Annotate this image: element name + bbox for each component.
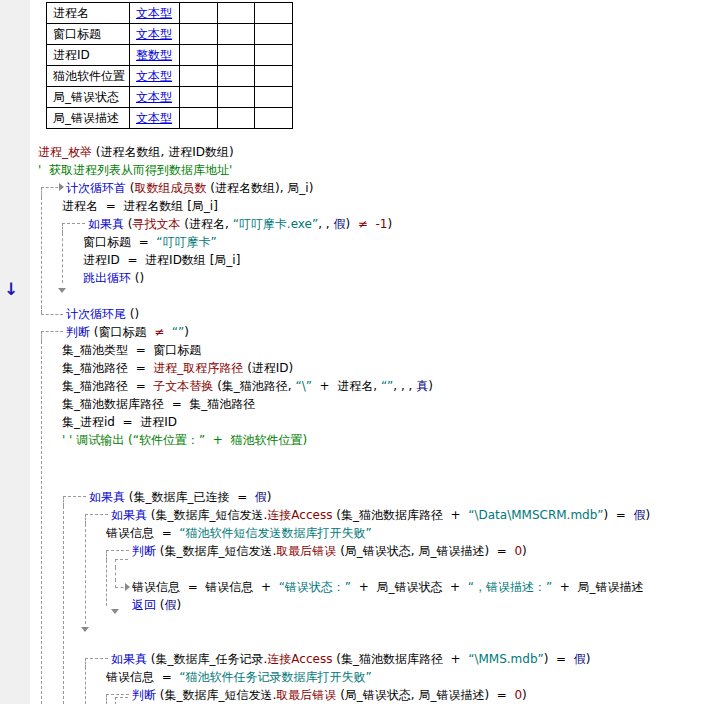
- code-line-22[interactable]: 返回 (假): [132, 596, 181, 614]
- code-token-str: “，错误描述：”: [468, 580, 552, 594]
- code-token-pl: 错误信息 = 错误信息 +: [132, 580, 279, 594]
- code-token-str: “”: [381, 379, 393, 393]
- code-editor[interactable]: 进程_枚举 (进程名数组, 进程ID数组)' 获取进程列表从而得到数据库地址'计…: [0, 0, 708, 704]
- code-line-18[interactable]: 如果真 (集_数据库_短信发送.连接Access (集_猫池数据库路径 + “\…: [111, 506, 650, 524]
- code-line-10[interactable]: 判断 (窗口标题 ≠ “”): [66, 323, 189, 341]
- code-token-pl: (: [124, 217, 133, 231]
- code-token-pl: ): [586, 652, 591, 666]
- code-token-pl: (集_数据库_短信发送.: [147, 508, 267, 522]
- code-line-4[interactable]: 进程名 = 进程名数组 [局_i]: [62, 197, 218, 215]
- code-token-fn: 取最后错误: [276, 688, 336, 702]
- code-token-pl: 集_猫池数据库路径 = 集_猫池路径: [62, 397, 255, 411]
- code-token-str: “叮叮摩卡.exe”: [233, 217, 319, 231]
- code-token-pl: 错误信息 =: [106, 670, 179, 684]
- code-token-num: 0: [514, 688, 522, 702]
- code-token-pl: (集_猫池数据库路径 +: [332, 508, 468, 522]
- code-line-6[interactable]: 窗口标题 = “叮叮摩卡”: [83, 233, 217, 251]
- code-token-fn: 进程_枚举: [38, 145, 92, 159]
- code-token-pl: (集_猫池数据库路径 +: [332, 652, 468, 666]
- code-token-pl: (局_错误状态, 局_错误描述) =: [336, 688, 514, 702]
- code-line-1[interactable]: 进程_枚举 (进程名数组, 进程ID数组): [38, 143, 234, 161]
- code-token-pl: 集_进程id = 进程ID: [62, 415, 177, 429]
- code-token-kw: 跳出循环: [83, 271, 131, 285]
- ide-code-view: ↓ 进程名文本型窗口标题文本型进程ID整数型猫池软件位置文本型局_错误状态文本型…: [0, 0, 708, 704]
- code-line-20[interactable]: 判断 (集_数据库_短信发送.取最后错误 (局_错误状态, 局_错误描述) = …: [132, 542, 527, 560]
- code-token-str: “猫池软件任务记录数据库打开失败”: [179, 670, 371, 684]
- code-token-kw: 如果真: [89, 490, 125, 504]
- code-token-kw: 如果真: [88, 217, 124, 231]
- code-line-24[interactable]: 错误信息 = “猫池软件任务记录数据库打开失败”: [106, 668, 372, 686]
- code-token-pl: ): [267, 490, 272, 504]
- code-token-pl: 集_猫池路径 =: [62, 361, 153, 375]
- code-token-pl: + 局_错误状态 +: [351, 580, 468, 594]
- code-token-pl: (局_错误状态, 局_错误描述) =: [336, 544, 514, 558]
- code-token-pl: ): [345, 217, 357, 231]
- code-token-pl: ): [522, 544, 527, 558]
- code-token-fn: 寻找文本: [133, 217, 181, 231]
- code-token-kw: 判断: [66, 325, 90, 339]
- code-line-15[interactable]: 集_进程id = 进程ID: [62, 413, 177, 431]
- code-token-pl: ): [177, 598, 182, 612]
- code-token-pl: (窗口标题: [90, 325, 154, 339]
- code-token-cst: 假: [333, 217, 345, 231]
- code-token-pl: (集_猫池路径,: [213, 379, 295, 393]
- code-token-kw: 计次循环首: [66, 181, 126, 195]
- code-token-str: “错误状态：”: [279, 580, 351, 594]
- code-line-9[interactable]: 计次循环尾 (): [66, 305, 139, 323]
- code-token-pl: (进程名数组), 局_i): [207, 181, 314, 195]
- code-token-pl: (): [126, 307, 139, 321]
- code-token-num: 0: [514, 544, 522, 558]
- code-token-pl: ): [428, 379, 433, 393]
- code-line-16[interactable]: ' ' 调试输出 (“软件位置：” + 猫池软件位置): [62, 431, 307, 449]
- code-token-pl: ) =: [604, 508, 634, 522]
- code-token-cst: 假: [255, 490, 267, 504]
- code-token-kw: 返回: [132, 598, 156, 612]
- code-line-2[interactable]: ' 获取进程列表从而得到数据库地址': [38, 161, 232, 179]
- code-token-str: “\”: [295, 379, 311, 393]
- code-token-opr: ≠: [154, 325, 164, 339]
- code-token-pl: 集_猫池类型 = 窗口标题: [62, 343, 201, 357]
- code-token-pl: 错误信息 =: [106, 526, 179, 540]
- code-token-fn: 子文本替换: [153, 379, 213, 393]
- code-token-kw: 判断: [132, 688, 156, 702]
- code-token-pl: 进程ID = 进程ID数组 [局_i]: [83, 253, 240, 267]
- code-token-pl: 窗口标题 =: [83, 235, 156, 249]
- code-token-pl: (进程ID): [243, 361, 293, 375]
- code-token-cst: 假: [574, 652, 586, 666]
- code-token-cm: ' 获取进程列表从而得到数据库地址': [38, 163, 232, 177]
- code-token-pl: (): [131, 271, 144, 285]
- code-line-19[interactable]: 错误信息 = “猫池软件短信发送数据库打开失败”: [106, 524, 372, 542]
- code-token-pl: (: [126, 181, 135, 195]
- code-line-14[interactable]: 集_猫池数据库路径 = 集_猫池路径: [62, 395, 255, 413]
- code-token-pl: ): [387, 217, 392, 231]
- code-line-23[interactable]: 如果真 (集_数据库_任务记录.连接Access (集_猫池数据库路径 + “\…: [111, 650, 590, 668]
- code-line-25[interactable]: 判断 (集_数据库_短信发送.取最后错误 (局_错误状态, 局_错误描述) = …: [132, 686, 527, 704]
- code-token-cst: 假: [634, 508, 646, 522]
- code-token-pl: ) =: [544, 652, 574, 666]
- code-token-pl: , ,: [318, 217, 333, 231]
- code-token-pl: 集_猫池路径 =: [62, 379, 153, 393]
- code-token-pl: + 局_错误描述: [552, 580, 643, 594]
- code-token-pl: (集_数据库_短信发送.: [156, 544, 276, 558]
- code-line-5[interactable]: 如果真 (寻找文本 (进程名, “叮叮摩卡.exe”, , 假) ≠ -1): [88, 215, 392, 233]
- code-token-pl: (进程名数组, 进程ID数组): [92, 145, 234, 159]
- code-token-fn: 取最后错误: [276, 544, 336, 558]
- code-token-num: -1: [375, 217, 387, 231]
- code-line-21[interactable]: 错误信息 = 错误信息 + “错误状态：” + 局_错误状态 + “，错误描述：…: [132, 578, 643, 596]
- code-token-cm: ' ' 调试输出 (“软件位置：” + 猫池软件位置): [62, 433, 307, 447]
- code-token-str: “猫池软件短信发送数据库打开失败”: [179, 526, 371, 540]
- code-token-kw: 计次循环尾: [66, 307, 126, 321]
- code-token-pl: [164, 325, 172, 339]
- code-line-11[interactable]: 集_猫池类型 = 窗口标题: [62, 341, 201, 359]
- code-line-17[interactable]: 如果真 (集_数据库_已连接 = 假): [89, 488, 272, 506]
- code-line-12[interactable]: 集_猫池路径 = 进程_取程序路径 (进程ID): [62, 359, 293, 377]
- code-line-13[interactable]: 集_猫池路径 = 子文本替换 (集_猫池路径, “\” + 进程名, “”, ,…: [62, 377, 433, 395]
- code-token-pl: ): [646, 508, 651, 522]
- code-token-pl: (集_数据库_已连接 =: [125, 490, 255, 504]
- code-line-3[interactable]: 计次循环首 (取数组成员数 (进程名数组), 局_i): [66, 179, 313, 197]
- code-line-8[interactable]: 跳出循环 (): [83, 269, 144, 287]
- code-token-pl: (集_数据库_任务记录.: [147, 652, 267, 666]
- code-token-str: “”: [172, 325, 184, 339]
- code-token-kw: 如果真: [111, 508, 147, 522]
- code-line-7[interactable]: 进程ID = 进程ID数组 [局_i]: [83, 251, 240, 269]
